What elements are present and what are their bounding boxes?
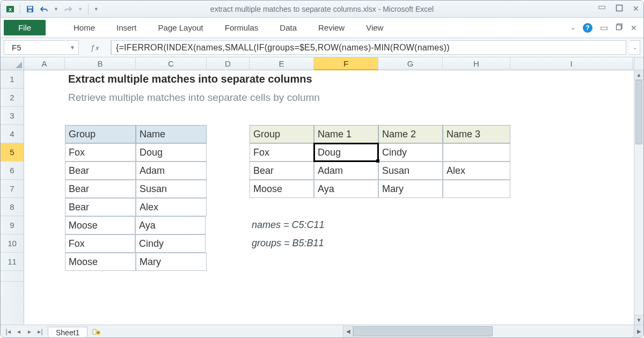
- tab-formulas[interactable]: Formulas: [224, 20, 260, 35]
- t2-cell[interactable]: Mary: [378, 180, 443, 198]
- note-names[interactable]: names = C5:C11: [248, 216, 512, 234]
- note-groups[interactable]: groups = B5:B11: [248, 234, 512, 253]
- t1-cell[interactable]: Moose: [65, 253, 136, 271]
- undo-icon[interactable]: [40, 5, 48, 13]
- cell[interactable]: [510, 125, 633, 143]
- col-head-h[interactable]: H: [443, 57, 510, 70]
- formula-expand-icon[interactable]: ⌄: [630, 40, 640, 55]
- horizontal-scrollbar[interactable]: ◀ ▶: [343, 325, 643, 337]
- cell[interactable]: [24, 161, 65, 180]
- scroll-right-button[interactable]: ▶: [634, 325, 643, 337]
- cell[interactable]: [24, 234, 65, 253]
- cell[interactable]: [250, 253, 314, 271]
- t2-header-name2[interactable]: Name 2: [378, 125, 443, 143]
- cell[interactable]: [443, 253, 510, 271]
- t1-header-group[interactable]: Group: [65, 125, 136, 143]
- cell[interactable]: [206, 234, 248, 253]
- tab-review[interactable]: Review: [317, 20, 346, 35]
- doc-close-icon[interactable]: ✕: [631, 24, 637, 32]
- page-subtitle[interactable]: Retrieve multiple matches into separate …: [65, 89, 554, 107]
- undo-dropdown-icon[interactable]: ▼: [54, 6, 58, 12]
- select-all-button[interactable]: [1, 57, 24, 70]
- t2-cell[interactable]: Moose: [250, 180, 314, 198]
- cell[interactable]: [250, 198, 314, 216]
- t1-cell[interactable]: Aya: [135, 216, 206, 234]
- cell[interactable]: [512, 216, 634, 234]
- cells-container[interactable]: Extract multiple matches into separate c…: [24, 70, 634, 325]
- cell[interactable]: [510, 107, 633, 125]
- row-head-5[interactable]: 5: [1, 143, 24, 161]
- t1-cell[interactable]: Adam: [136, 161, 207, 180]
- help-icon[interactable]: ?: [583, 23, 592, 33]
- page-title[interactable]: Extract multiple matches into separate c…: [65, 70, 554, 89]
- cell[interactable]: [510, 143, 633, 161]
- scroll-up-button[interactable]: ▲: [634, 70, 643, 80]
- scroll-split-box[interactable]: [634, 57, 643, 70]
- ribbon-minimize-icon[interactable]: ⌄: [570, 24, 575, 31]
- t1-cell[interactable]: Moose: [65, 216, 135, 234]
- cell[interactable]: [24, 89, 65, 107]
- t2-cell[interactable]: Cindy: [378, 143, 443, 161]
- row-head-3[interactable]: 3: [1, 107, 24, 125]
- cell[interactable]: [314, 198, 378, 216]
- t2-header-name3[interactable]: Name 3: [443, 125, 510, 143]
- t1-cell[interactable]: Fox: [65, 143, 136, 161]
- col-head-a[interactable]: A: [24, 57, 65, 70]
- cell[interactable]: [378, 253, 443, 271]
- cell[interactable]: [207, 253, 250, 271]
- tab-home[interactable]: Home: [72, 20, 96, 35]
- cell[interactable]: [510, 198, 633, 216]
- row-head-7[interactable]: 7: [1, 180, 24, 198]
- t1-cell[interactable]: Mary: [136, 253, 207, 271]
- col-head-c[interactable]: C: [136, 57, 207, 70]
- cell[interactable]: [510, 180, 633, 198]
- t1-cell[interactable]: Bear: [65, 161, 136, 180]
- cell[interactable]: [24, 70, 65, 89]
- sheet-tab-1[interactable]: Sheet1: [48, 327, 87, 337]
- cell[interactable]: [207, 161, 250, 180]
- cell[interactable]: [24, 216, 65, 234]
- cell[interactable]: [24, 107, 65, 125]
- scroll-track[interactable]: [634, 80, 643, 315]
- t2-cell[interactable]: Aya: [314, 180, 378, 198]
- t1-cell[interactable]: Cindy: [135, 234, 206, 253]
- row-head-10[interactable]: 10: [1, 234, 24, 253]
- tab-view[interactable]: View: [365, 20, 384, 35]
- fx-button[interactable]: ƒx: [79, 40, 111, 55]
- cell[interactable]: [207, 198, 250, 216]
- col-head-g[interactable]: G: [378, 57, 443, 70]
- col-head-b[interactable]: B: [65, 57, 136, 70]
- t2-cell[interactable]: [443, 180, 510, 198]
- cell[interactable]: [24, 253, 65, 271]
- row-head-6[interactable]: 6: [1, 161, 24, 180]
- t1-cell[interactable]: Fox: [65, 234, 135, 253]
- row-head-4[interactable]: 4: [1, 125, 24, 143]
- cell[interactable]: [207, 143, 250, 161]
- t2-cell[interactable]: Adam: [314, 161, 378, 180]
- doc-minimize-icon[interactable]: ▭: [600, 23, 608, 33]
- scroll-left-button[interactable]: ◀: [343, 325, 353, 337]
- t2-cell[interactable]: Susan: [378, 161, 443, 180]
- t2-header-group[interactable]: Group: [250, 125, 314, 143]
- cell[interactable]: [65, 107, 136, 125]
- scroll-down-button[interactable]: ▼: [634, 315, 643, 325]
- sheet-nav-next-icon[interactable]: ▸: [25, 328, 34, 335]
- cell[interactable]: [443, 198, 510, 216]
- row-head-9[interactable]: 9: [1, 216, 24, 234]
- sheet-nav-last-icon[interactable]: ▸|: [36, 328, 45, 335]
- cell[interactable]: [314, 107, 378, 125]
- t2-cell[interactable]: Alex: [443, 161, 510, 180]
- cell[interactable]: [443, 107, 510, 125]
- qat-customize-icon[interactable]: ▼: [94, 6, 99, 12]
- col-head-i[interactable]: I: [510, 57, 633, 70]
- row-head-8[interactable]: 8: [1, 198, 24, 216]
- cell[interactable]: [24, 198, 65, 216]
- row-head-1[interactable]: 1: [1, 70, 24, 89]
- cell[interactable]: [510, 161, 633, 180]
- new-sheet-button[interactable]: [91, 325, 103, 337]
- close-icon[interactable]: ✕: [633, 4, 639, 13]
- sheet-nav-prev-icon[interactable]: ◂: [14, 328, 23, 335]
- hscroll-thumb[interactable]: [353, 326, 493, 336]
- name-box-dropdown-icon[interactable]: ▼: [70, 45, 75, 50]
- name-box[interactable]: F5 ▼: [4, 40, 79, 55]
